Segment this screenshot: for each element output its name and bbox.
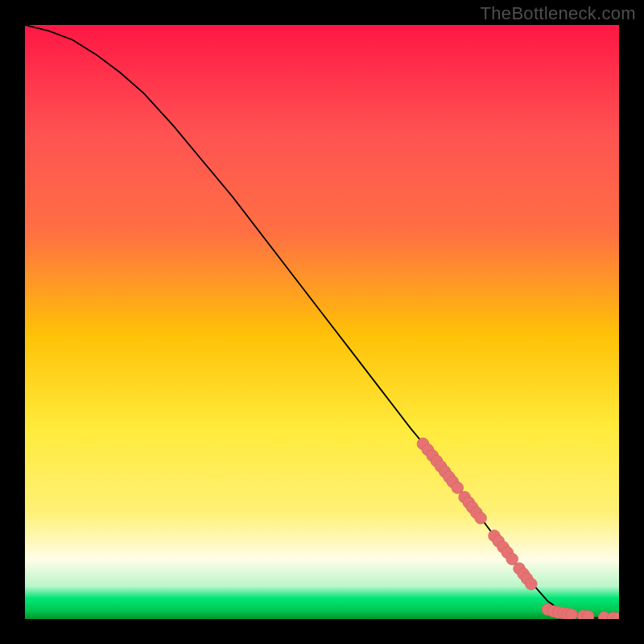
chart-marker (475, 512, 487, 524)
plot-area (25, 25, 619, 619)
plot-bg-gradient (25, 25, 619, 619)
chart-stage: TheBottleneck.com (0, 0, 644, 644)
chart-marker (582, 610, 594, 619)
chart-marker (525, 578, 537, 590)
watermark-text: TheBottleneck.com (481, 3, 636, 24)
chart-marker (566, 609, 578, 619)
chart-svg (25, 25, 619, 619)
